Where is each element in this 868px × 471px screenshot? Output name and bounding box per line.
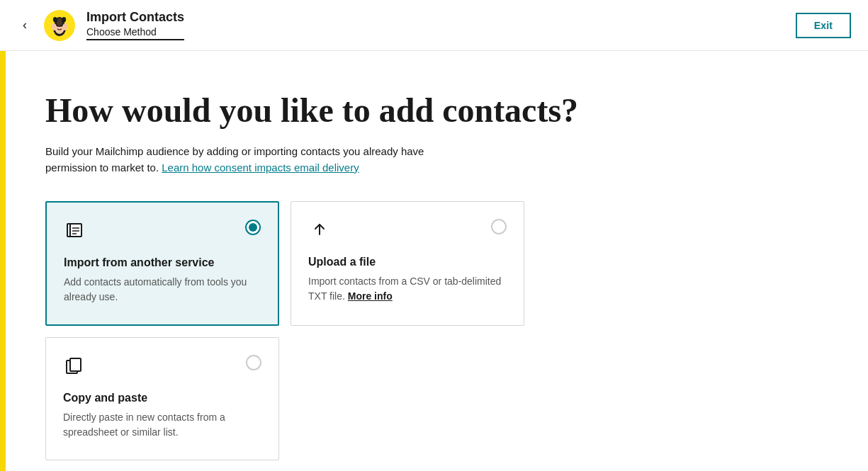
more-info-link[interactable]: More info [348, 290, 393, 302]
radio-import-service[interactable] [245, 220, 261, 235]
yellow-accent-bar [0, 51, 6, 471]
back-button[interactable]: ‹ [17, 15, 33, 35]
header: ‹ Import Contacts Choose Method Exit [0, 0, 868, 51]
card-copy-paste-desc: Directly paste in new contacts from a sp… [63, 410, 261, 440]
svg-rect-18 [70, 358, 81, 371]
page-heading: How would you like to add contacts? [45, 91, 825, 130]
svg-rect-12 [70, 224, 81, 237]
copy-paste-icon [63, 355, 86, 378]
card-upload-file[interactable]: Upload a file Import contacts from a CSV… [291, 201, 524, 326]
header-title: Import Contacts [86, 10, 184, 25]
radio-upload-file[interactable] [491, 219, 507, 234]
card-upload-file-desc: Import contacts from a CSV or tab-delimi… [308, 274, 507, 304]
header-subtitle: Choose Method [86, 25, 184, 41]
upload-file-icon [308, 219, 331, 242]
mailchimp-logo [44, 10, 75, 41]
card-upload-file-title: Upload a file [308, 256, 507, 268]
import-service-icon [64, 220, 86, 242]
page-content: How would you like to add contacts? Buil… [0, 51, 868, 471]
header-title-block: Import Contacts Choose Method [86, 10, 184, 40]
cards-grid: Import from another service Add contacts… [45, 201, 825, 460]
card-import-service-desc: Add contacts automatically from tools yo… [64, 275, 261, 305]
page-description: Build your Mailchimp audience by adding … [45, 144, 470, 176]
learn-link[interactable]: Learn how consent impacts email delivery [162, 161, 359, 174]
card-copy-paste[interactable]: Copy and paste Directly paste in new con… [45, 337, 279, 460]
radio-copy-paste[interactable] [246, 355, 261, 370]
card-copy-paste-title: Copy and paste [63, 392, 261, 404]
exit-button[interactable]: Exit [796, 13, 851, 38]
card-import-service-title: Import from another service [64, 256, 261, 269]
card-import-service[interactable]: Import from another service Add contacts… [45, 201, 279, 326]
header-left: ‹ Import Contacts Choose Method [17, 10, 184, 41]
main-content: How would you like to add contacts? Buil… [6, 51, 868, 471]
